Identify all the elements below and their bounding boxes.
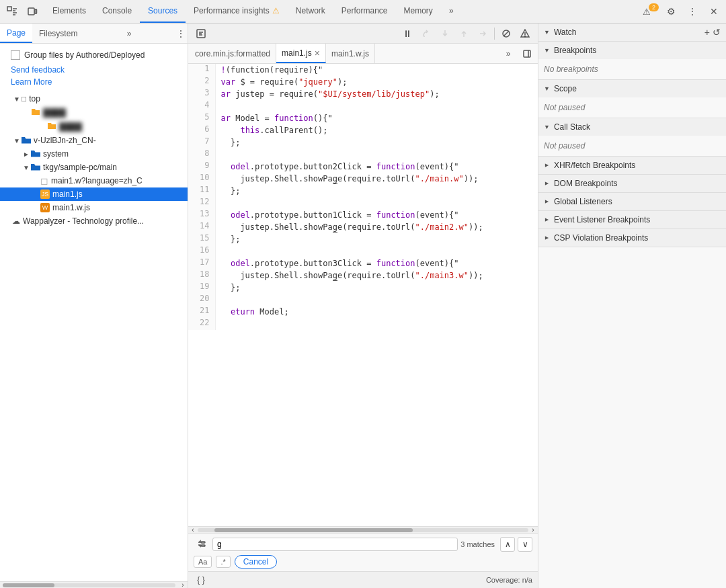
pause-on-exceptions-button[interactable] (516, 25, 534, 42)
search-replace-icon[interactable] (194, 536, 210, 552)
breakpoints-header[interactable]: ▼ Breakpoints (538, 42, 726, 59)
tree-arrow-v (12, 137, 22, 144)
tree-item-blurred2[interactable]: ████ (0, 120, 188, 134)
line-code: odel.prototype.button3Click = function(e… (215, 257, 538, 269)
code-horizontal-scrollbar[interactable]: ‹ › (188, 526, 538, 533)
device-icon[interactable] (23, 2, 42, 21)
tab-page[interactable]: Page (0, 24, 32, 43)
tree-item-main1w[interactable]: ◻ main1.w?language=zh_C (0, 174, 188, 187)
watch-header[interactable]: ▼ Watch + ↺ (538, 24, 726, 41)
learn-more-link[interactable]: Learn More (5, 76, 182, 88)
tree-item-main1js[interactable]: JS main1.js (0, 187, 188, 201)
line-number: 15 (188, 233, 215, 245)
svg-line-5 (503, 31, 509, 36)
line-row: 9 odel.prototype.button2Click = function… (188, 161, 538, 173)
case-sensitive-button[interactable]: Aa (194, 556, 212, 568)
folder-icon-v (22, 136, 31, 146)
folder-icon-top: □ (22, 94, 26, 103)
tab-sources[interactable]: Sources (140, 0, 186, 23)
breakpoints-section: ▼ Breakpoints No breakpoints (538, 42, 726, 80)
step-out-button[interactable] (455, 25, 473, 42)
step-button[interactable] (474, 25, 491, 42)
more-options-icon[interactable]: ⋮ (683, 2, 702, 21)
tree-item-tkgy[interactable]: tkgy/sample-pc/main (0, 161, 188, 174)
tree-arrow-system (22, 151, 31, 158)
format-source-icon[interactable] (192, 25, 210, 42)
editor-tabs-actions: » (499, 44, 536, 63)
line-number: 5 (188, 112, 215, 124)
call-stack-header[interactable]: ▼ Call Stack (538, 118, 726, 136)
line-code (215, 294, 538, 306)
breakpoints-arrow-icon: ▼ (544, 47, 550, 54)
editor-tab-main1js[interactable]: main1.js × (276, 44, 326, 63)
settings-icon[interactable]: ⚙ (661, 2, 680, 21)
pause-button[interactable]: ⏸ (399, 25, 416, 42)
cloud-icon: ☁ (12, 216, 20, 226)
tab-console[interactable]: Console (94, 0, 140, 23)
csp-violation-header[interactable]: ▼ CSP Violation Breakpoints (538, 229, 726, 247)
code-vertical-scrollbar[interactable] (531, 67, 538, 497)
tabs-more-icon[interactable]: » (499, 44, 518, 63)
step-into-button[interactable] (436, 25, 454, 42)
line-code: }; (215, 282, 538, 294)
editor-tab-core[interactable]: core.min.js:formatted (190, 44, 276, 63)
file-icon-main1js: JS (40, 190, 50, 199)
dom-breakpoints-header[interactable]: ▼ DOM Breakpoints (538, 175, 726, 192)
tree-item-system[interactable]: system (0, 147, 188, 161)
scope-content: Not paused (538, 97, 726, 118)
tab-filesystem[interactable]: Filesystem (32, 24, 84, 43)
close-tab-main1js[interactable]: × (315, 48, 320, 58)
event-listener-section: ▼ Event Listener Breakpoints (538, 211, 726, 229)
tab-elements[interactable]: Elements (44, 0, 94, 23)
close-drawer-icon[interactable] (518, 44, 536, 63)
editor-tab-main1wjs[interactable]: main1.w.js (326, 44, 375, 63)
line-number: 14 (188, 221, 215, 233)
main-container: Page Filesystem » ⋮ Group files by Autho… (0, 24, 726, 588)
left-bottom-scrollbar[interactable]: › (0, 581, 188, 588)
tree-item-blurred1[interactable]: ████ (0, 106, 188, 120)
group-files-checkbox[interactable] (11, 50, 20, 60)
tree-item-wappalyzer[interactable]: ☁ Wappalyzer - Technology profile... (0, 214, 188, 228)
inspect-icon[interactable] (3, 2, 22, 21)
tree-label-system: system (43, 149, 69, 159)
xhr-fetch-section: ▼ XHR/fetch Breakpoints (538, 157, 726, 175)
send-feedback-link[interactable]: Send feedback (5, 64, 182, 76)
tree-item-main1wjs[interactable]: W main1.w.js (0, 201, 188, 214)
regex-button[interactable]: .* (216, 556, 230, 568)
xhr-fetch-arrow-icon: ▼ (543, 163, 550, 169)
tree-item-top[interactable]: □ top (0, 92, 188, 106)
deactivate-breakpoints-button[interactable] (497, 25, 515, 42)
line-number: 10 (188, 173, 215, 185)
tab-performance-insights[interactable]: Performance insights ⚠ (186, 0, 288, 23)
search-match-count: 3 matches (460, 540, 495, 548)
tab-network[interactable]: Network (288, 0, 333, 23)
search-row1: 3 matches ∧ ∨ (194, 536, 532, 552)
line-number: 19 (188, 282, 215, 294)
tab-memory[interactable]: Memory (396, 0, 441, 23)
scope-header[interactable]: ▼ Scope (538, 80, 726, 97)
code-editor[interactable]: 1 !(function(require){" 2 var $ = requir… (188, 64, 538, 526)
left-tabs-more[interactable]: » (122, 24, 137, 43)
left-panel-menu-icon[interactable]: ⋮ (174, 29, 188, 38)
tab-more[interactable]: » (441, 0, 462, 23)
badge-button[interactable]: ⚠ 2 (635, 2, 659, 21)
curly-braces-icon[interactable]: { } (194, 573, 208, 587)
close-icon[interactable]: ✕ (704, 2, 723, 21)
watch-refresh-icon[interactable]: ↺ (713, 27, 721, 38)
tab-performance[interactable]: Performance (333, 0, 396, 23)
xhr-fetch-header[interactable]: ▼ XHR/fetch Breakpoints (538, 157, 726, 174)
left-scroll-right-icon[interactable]: › (178, 581, 188, 589)
svg-point-8 (524, 36, 526, 37)
step-over-button[interactable] (417, 25, 435, 42)
global-listeners-header[interactable]: ▼ Global Listeners (538, 193, 726, 210)
line-row: 12 (188, 197, 538, 209)
event-listener-header[interactable]: ▼ Event Listener Breakpoints (538, 211, 726, 228)
watch-add-icon[interactable]: + (704, 27, 710, 38)
search-next-button[interactable]: ∨ (518, 537, 532, 552)
line-number: 12 (188, 197, 215, 209)
folder-icon-system (31, 149, 40, 159)
search-prev-button[interactable]: ∧ (500, 537, 515, 552)
tree-item-v-uzlbjn[interactable]: v-UzlBJn-zh_CN- (0, 134, 188, 147)
cancel-search-button[interactable]: Cancel (235, 555, 277, 569)
search-input[interactable] (212, 538, 458, 551)
